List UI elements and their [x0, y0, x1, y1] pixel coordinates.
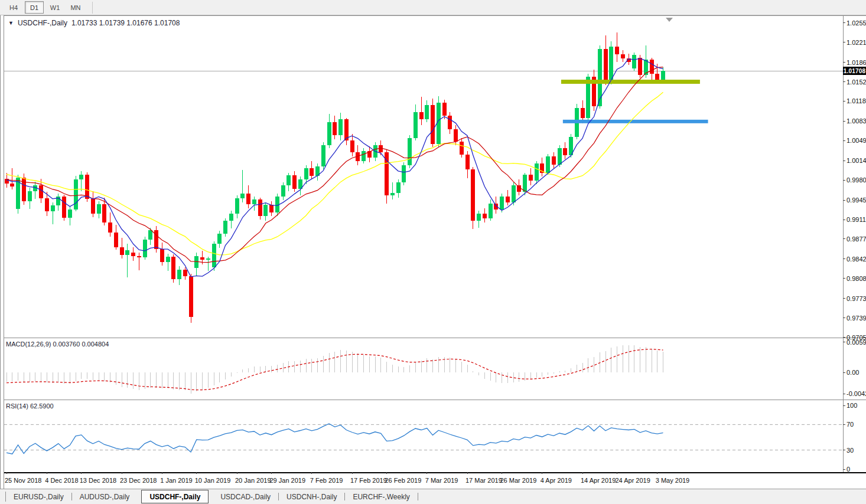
candle-body — [655, 74, 659, 80]
candle-body — [258, 199, 262, 216]
rsi-axis-label: 30 — [847, 447, 854, 454]
date-axis: 25 Nov 20184 Dec 201813 Dec 201823 Dec 2… — [5, 472, 689, 484]
candle-body — [194, 256, 198, 268]
timeframe-button-mn[interactable]: MN — [66, 1, 85, 14]
candle-body — [431, 105, 435, 144]
candle-body — [615, 47, 619, 54]
candle-body — [448, 116, 452, 129]
candle-body — [281, 185, 285, 197]
candle-body — [362, 151, 366, 161]
chart-title: ▼ USDCHF-,Daily 1.01733 1.01739 1.01676 … — [8, 19, 180, 27]
candle-body — [529, 175, 533, 181]
macd-axis-label: 0.00 — [847, 369, 859, 376]
candle-body — [114, 233, 118, 247]
candle-body — [396, 182, 401, 193]
candle-body — [10, 184, 14, 186]
macd-axis-label: 0.00597 — [847, 339, 866, 346]
chart-shift-marker-icon — [666, 18, 673, 22]
rsi-indicator-label: RSI(14) 62.5900 — [6, 402, 54, 410]
price-axis-label: 0.97730 — [847, 295, 866, 302]
candle-body — [598, 49, 602, 106]
macd-axis: 0.005970.00-0.004243 — [843, 339, 866, 398]
candle-body — [74, 179, 78, 209]
candle-body — [414, 112, 418, 139]
macd-histogram — [6, 345, 663, 394]
rsi-axis: 10070300 — [843, 402, 857, 473]
date-axis-label: 26 Mar 2019 — [500, 477, 537, 484]
timeframe-button-d1[interactable]: D1 — [25, 1, 44, 14]
candle-body — [97, 204, 101, 214]
candle-body — [390, 193, 395, 195]
candle-body — [287, 175, 291, 185]
ma-fast-line — [6, 58, 663, 277]
candle-body — [212, 244, 216, 268]
timeframe-button-w1[interactable]: W1 — [45, 1, 64, 14]
candle-body — [552, 156, 556, 165]
macd-indicator-label: MACD(12,26,9) 0.003760 0.004804 — [6, 341, 109, 348]
tab-eurchf-weekly[interactable]: EURCHF-,Weekly — [345, 489, 417, 504]
candle-body — [102, 204, 106, 222]
candle-body — [506, 197, 510, 202]
tab-usdcad-daily[interactable]: USDCAD-,Daily — [213, 489, 278, 504]
price-axis-label: 0.98420 — [847, 256, 866, 263]
price-axis-label: 1.01520 — [847, 78, 866, 86]
candle-body — [62, 197, 66, 218]
date-axis-label: 4 Apr 2019 — [541, 477, 572, 484]
candle-body — [581, 108, 585, 117]
current-price-tag: 1.01708 — [843, 67, 866, 75]
chart-symbol-label: USDCHF-,Daily — [18, 19, 67, 27]
candle-body — [229, 214, 233, 221]
candle-body — [500, 197, 504, 209]
price-axis-label: 0.98770 — [847, 235, 866, 243]
tab-eurusd-daily[interactable]: EURUSD-,Daily — [6, 489, 71, 504]
candle-body — [661, 71, 665, 79]
candle-body — [85, 175, 89, 199]
date-axis-label: 24 Apr 2019 — [616, 477, 650, 484]
price-axis-label: 1.01860 — [847, 59, 866, 66]
candle-body — [217, 234, 222, 243]
tab-audusd-daily[interactable]: AUDUSD-,Daily — [72, 489, 138, 504]
price-axis-label: 1.01180 — [847, 97, 866, 104]
candle-body — [91, 199, 95, 214]
date-axis-label: 26 Feb 2019 — [385, 477, 422, 484]
candle-body — [206, 258, 210, 260]
date-axis-label: 4 Dec 2018 — [45, 477, 78, 484]
candle-body — [632, 55, 636, 68]
candle-body — [338, 119, 343, 135]
date-axis-label: 3 May 2019 — [656, 477, 689, 484]
rsi-axis-label: 70 — [847, 421, 854, 428]
tab-usdcnh-daily[interactable]: USDCNH-,Daily — [279, 489, 344, 504]
candle-body — [442, 103, 447, 115]
chart-canvas[interactable]: 1.025501.022101.018601.015201.011801.008… — [0, 0, 866, 504]
price-axis-label: 0.99450 — [847, 197, 866, 204]
candle-body — [200, 257, 204, 260]
price-axis-label: 0.97390 — [847, 315, 866, 322]
candle-body — [489, 204, 493, 218]
candle-body — [131, 253, 135, 256]
price-axis-label: 1.02210 — [847, 39, 866, 46]
candle-body — [327, 122, 331, 145]
price-axis-label: 0.99110 — [847, 216, 866, 223]
candle-body — [143, 240, 147, 257]
candle-body — [638, 58, 642, 75]
tab-separator — [418, 493, 418, 500]
tab-usdchf-daily[interactable]: USDCHF-,Daily — [141, 490, 209, 503]
candle-body — [223, 221, 227, 234]
candle-body — [402, 165, 406, 182]
candle-body — [563, 148, 567, 155]
rsi-axis-label: 0 — [847, 466, 850, 473]
timeframe-toolbar: H4 D1 W1 MN — [0, 0, 866, 15]
candle-body — [408, 138, 412, 165]
candle-body — [494, 204, 498, 210]
candle-body — [465, 155, 470, 169]
chart-ohlc-values: 1.01733 1.01739 1.01676 1.01708 — [71, 19, 180, 27]
candle-body — [650, 60, 654, 74]
date-axis-label: 20 Jan 2019 — [235, 477, 271, 484]
candle-body — [310, 168, 314, 176]
timeframe-button-h4[interactable]: H4 — [4, 1, 23, 14]
date-axis-label: 23 Dec 2018 — [120, 477, 157, 484]
candle-body — [304, 168, 308, 179]
date-axis-label: 17 Feb 2019 — [350, 477, 387, 484]
candle-body — [189, 276, 193, 317]
price-axis-label: 1.00830 — [847, 117, 866, 125]
